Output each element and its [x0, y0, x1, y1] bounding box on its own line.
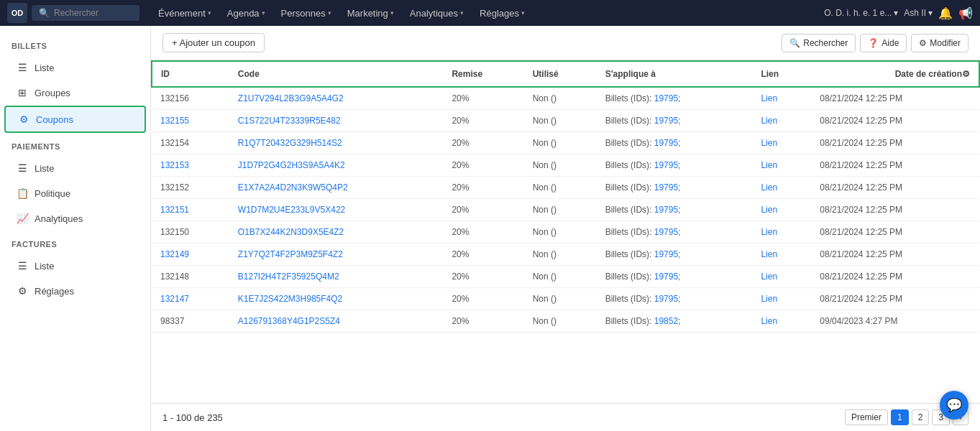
megaphone-icon[interactable]: 📢	[958, 6, 973, 20]
cell-code[interactable]: J1D7P2G4G2H3S9A5A4K2	[229, 154, 444, 177]
gear-icon: ⚙	[16, 284, 29, 297]
ticket-id-link[interactable]: 19852	[654, 316, 678, 326]
cell-lien[interactable]: Lien	[752, 110, 811, 132]
cell-lien[interactable]: Lien	[752, 199, 811, 221]
user-menu[interactable]: Ash II ▾	[904, 8, 933, 18]
cell-code[interactable]: R1Q7T20432G329H514S2	[229, 132, 444, 154]
sidebar-item-groupes[interactable]: ⊞ Groupes	[4, 80, 146, 105]
col-code[interactable]: Code	[229, 61, 444, 87]
cell-code[interactable]: E1X7A2A4D2N3K9W5Q4P2	[229, 177, 444, 199]
cell-sapplique: Billets (IDs): 19795;	[597, 110, 753, 132]
sidebar: BILLETS ☰ Liste ⊞ Groupes ⚙ Coupons PAIE…	[0, 26, 151, 431]
ticket-id-link[interactable]: 19795	[654, 205, 678, 215]
cell-code[interactable]: C1S722U4T23339R5E482	[229, 110, 444, 132]
col-id[interactable]: ID	[152, 61, 229, 87]
cell-code[interactable]: W1D7M2U4E233L9V5X422	[229, 199, 444, 221]
nav-item-marketing[interactable]: Marketing ▾	[340, 5, 401, 22]
premier-button[interactable]: Premier	[845, 409, 888, 425]
sidebar-item-liste-billets[interactable]: ☰ Liste	[4, 55, 146, 80]
sidebar-item-liste-paiements[interactable]: ☰ Liste	[4, 156, 146, 180]
chevron-down-icon: ▾	[328, 9, 331, 17]
sidebar-item-politique[interactable]: 📋 Politique	[4, 181, 146, 205]
cell-code[interactable]: O1B7X244K2N3D9X5E4Z2	[229, 221, 444, 244]
top-navigation: OD 🔍 Événement ▾ Agenda ▾ Personnes ▾ Ma…	[0, 0, 980, 26]
ticket-id-link[interactable]: 19795	[654, 160, 678, 170]
cell-date: 08/21/2024 12:25 PM	[811, 110, 979, 132]
sidebar-item-liste-factures[interactable]: ☰ Liste	[4, 254, 146, 278]
search-icon: 🔍	[39, 8, 50, 18]
chevron-down-icon: ▾	[262, 9, 265, 17]
cell-sapplique: Billets (IDs): 19795;	[597, 154, 753, 177]
col-date[interactable]: Date de création ⚙	[811, 61, 979, 87]
cell-code[interactable]: Z1Y7Q2T4F2P3M9Z5F4Z2	[229, 244, 444, 266]
cell-id: 132156	[152, 87, 229, 110]
table-footer: 1 - 100 de 235 Premier 1 2 3 ›	[151, 403, 980, 431]
cell-remise: 20%	[443, 87, 523, 110]
cell-utilise: Non ()	[524, 266, 597, 288]
nav-item-evenement[interactable]: Événement ▾	[151, 5, 219, 22]
col-utilise[interactable]: Utilisé	[524, 61, 597, 87]
table-row: 132154 R1Q7T20432G329H514S2 20% Non () B…	[152, 132, 979, 154]
cell-code[interactable]: A126791368Y4G1P2S5Z4	[229, 310, 444, 333]
cell-lien[interactable]: Lien	[752, 132, 811, 154]
cell-lien[interactable]: Lien	[752, 288, 811, 310]
ticket-id-link[interactable]: 19795	[654, 249, 678, 259]
nav-item-analytiques[interactable]: Analytiques ▾	[403, 5, 471, 22]
cell-code[interactable]: K1E7J2S422M3H985F4Q2	[229, 288, 444, 310]
col-sapplique[interactable]: S'applique à	[597, 61, 753, 87]
settings-icon: ⚙	[919, 38, 927, 48]
table-row: 132152 E1X7A2A4D2N3K9W5Q4P2 20% Non () B…	[152, 177, 979, 199]
cell-lien[interactable]: Lien	[752, 244, 811, 266]
notification-icon[interactable]: 🔔	[938, 6, 953, 20]
nav-item-personnes[interactable]: Personnes ▾	[274, 5, 339, 22]
cell-date: 09/04/2023 4:27 PM	[811, 310, 979, 333]
nav-item-agenda[interactable]: Agenda ▾	[220, 5, 273, 22]
ticket-id-link[interactable]: 19795	[654, 93, 678, 103]
cell-remise: 20%	[443, 177, 523, 199]
nav-right-section: O. D. i. h. e. 1 e... ▾ Ash II ▾ 🔔 📢	[824, 6, 973, 20]
cell-utilise: Non ()	[524, 132, 597, 154]
nav-item-reglages[interactable]: Réglages ▾	[472, 5, 532, 22]
nav-search-box[interactable]: 🔍	[32, 5, 139, 21]
cell-lien[interactable]: Lien	[752, 310, 811, 333]
col-remise[interactable]: Remise	[443, 61, 523, 87]
cell-lien[interactable]: Lien	[752, 177, 811, 199]
nav-menu: Événement ▾ Agenda ▾ Personnes ▾ Marketi…	[151, 5, 820, 22]
ticket-id-link[interactable]: 19795	[654, 294, 678, 304]
cell-remise: 20%	[443, 132, 523, 154]
modifier-button[interactable]: ⚙ Modifier	[911, 34, 968, 52]
ticket-id-link[interactable]: 19795	[654, 116, 678, 126]
ticket-id-link[interactable]: 19795	[654, 227, 678, 237]
chat-button[interactable]: 💬	[940, 391, 968, 420]
cell-code[interactable]: B127I2H4T2F35925Q4M2	[229, 266, 444, 288]
table-row: 132148 B127I2H4T2F35925Q4M2 20% Non () B…	[152, 266, 979, 288]
cell-id: 132150	[152, 221, 229, 244]
settings-icon[interactable]: ⚙	[962, 69, 970, 79]
add-coupon-button[interactable]: + Ajouter un coupon	[162, 33, 265, 52]
cell-lien[interactable]: Lien	[752, 266, 811, 288]
sidebar-item-reglages-factures[interactable]: ⚙ Réglages	[4, 279, 146, 303]
cell-sapplique: Billets (IDs): 19795;	[597, 266, 753, 288]
cell-date: 08/21/2024 12:25 PM	[811, 266, 979, 288]
cell-id: 132151	[152, 199, 229, 221]
sidebar-item-analytiques[interactable]: 📈 Analytiques	[4, 206, 146, 231]
ticket-id-link[interactable]: 19795	[654, 182, 678, 193]
cell-lien[interactable]: Lien	[752, 154, 811, 177]
table-row: 132147 K1E7J2S422M3H985F4Q2 20% Non () B…	[152, 288, 979, 310]
cell-id: 132155	[152, 110, 229, 132]
cell-code[interactable]: Z1U7V294L2B3G9A5A4G2	[229, 87, 444, 110]
org-info[interactable]: O. D. i. h. e. 1 e... ▾	[824, 8, 898, 18]
page-2-button[interactable]: 2	[912, 409, 930, 425]
col-lien[interactable]: Lien	[752, 61, 811, 87]
search-button[interactable]: 🔍 Rechercher	[782, 34, 856, 52]
chevron-down-icon: ▾	[390, 9, 394, 17]
page-1-button[interactable]: 1	[891, 409, 909, 425]
list-icon: ☰	[16, 162, 29, 175]
cell-lien[interactable]: Lien	[752, 221, 811, 244]
ticket-id-link[interactable]: 19795	[654, 138, 678, 148]
aide-button[interactable]: ❓ Aide	[860, 34, 907, 52]
ticket-id-link[interactable]: 19795	[654, 272, 678, 282]
cell-lien[interactable]: Lien	[752, 87, 811, 110]
sidebar-item-coupons[interactable]: ⚙ Coupons	[4, 106, 146, 133]
nav-search-input[interactable]	[54, 8, 133, 18]
